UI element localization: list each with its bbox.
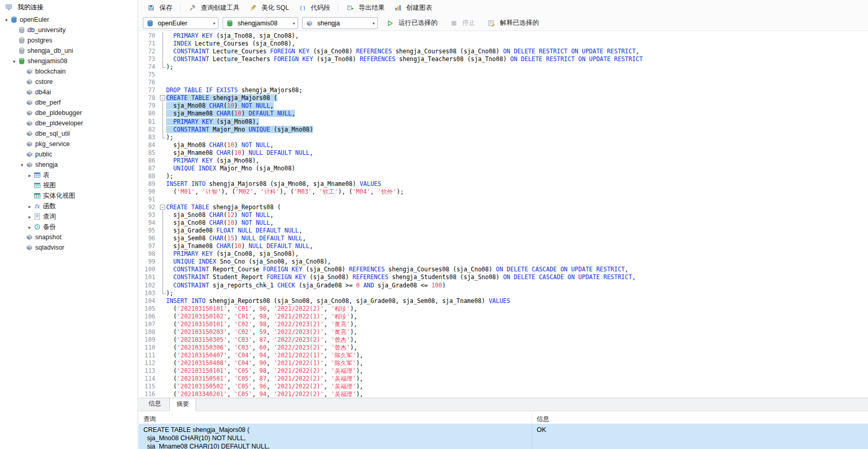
editor-line-108[interactable]: 108 ('202103150203', 'C02', 59, '2022/20… xyxy=(139,328,868,336)
tree-item-sqladvisor[interactable]: sqladvisor xyxy=(0,242,138,253)
tree-item-表[interactable]: ▸表 xyxy=(0,170,138,180)
editor-line-104[interactable]: 104INSERT INTO shengja_Reports08 (sja_Sn… xyxy=(139,297,868,305)
editor-line-114[interactable]: 114 ('202103150501', 'C05', 87, '2021/20… xyxy=(139,375,868,383)
tree-item-dbe_pldebugger[interactable]: dbe_pldebugger xyxy=(0,108,138,118)
editor-line-74[interactable]: 74); xyxy=(139,63,868,71)
editor-line-96[interactable]: 96 sja_Sem08 CHAR(15) NULL DEFAULT NULL, xyxy=(139,235,868,242)
editor-line-116[interactable]: 116 ('202103340201', 'C05', 94, '2021/20… xyxy=(139,390,868,398)
fold-toggle-icon[interactable]: - xyxy=(159,204,166,211)
tree-item-shengja_db_uni[interactable]: shengja_db_uni xyxy=(0,46,138,56)
chevron-closed-icon[interactable]: ▸ xyxy=(26,204,33,209)
editor-line-105[interactable]: 105 ('202103150101', 'C01', 96, '2021/20… xyxy=(139,305,868,313)
editor-line-100[interactable]: 100 CONSTRAINT Report_Course FOREIGN KEY… xyxy=(139,266,868,273)
fold-toggle-icon[interactable]: - xyxy=(159,94,166,102)
editor-line-87[interactable]: 87 UNIQUE INDEX Major_Mno (sja_Mno08) xyxy=(139,165,868,172)
tree-item-函数[interactable]: ▸fx函数 xyxy=(0,201,138,211)
tree-item-db4ai[interactable]: db4ai xyxy=(0,87,138,97)
create-chart-button[interactable]: 创建图表 xyxy=(390,2,436,14)
tree-item-shengja[interactable]: ▾shengja xyxy=(0,160,138,170)
editor-line-112[interactable]: 112 ('202103150408', 'C04', 90, '2021/20… xyxy=(139,359,868,367)
editor-line-77[interactable]: 77DROP TABLE IF EXISTS shengja_Majors08; xyxy=(139,86,868,94)
editor-line-88[interactable]: 88); xyxy=(139,172,868,180)
chevron-open-icon[interactable]: ▾ xyxy=(11,59,18,64)
editor-line-71[interactable]: 71 INDEX Lecture_Courses (sja_Cno08), xyxy=(139,40,868,48)
tree-item-cstore[interactable]: cstore xyxy=(0,77,138,87)
editor-line-72[interactable]: 72 CONSTRAINT Lecture_Courses FOREIGN KE… xyxy=(139,48,868,55)
tree-item-openEuler[interactable]: ▾openEuler xyxy=(0,15,138,25)
run-selected-button[interactable]: 运行已选择的 xyxy=(382,17,442,29)
editor-line-115[interactable]: 115 ('202103150502', 'C05', 96, '2021/20… xyxy=(139,383,868,390)
tree-item-label: sqladvisor xyxy=(35,244,64,251)
editor-line-94[interactable]: 94 sja_Cno08 CHAR(10) NOT NULL, xyxy=(139,219,868,227)
tree-item-备份[interactable]: ▸备份 xyxy=(0,222,138,232)
editor-line-84[interactable]: 84 sja_Mno08 CHAR(10) NOT NULL, xyxy=(139,141,868,149)
editor-line-109[interactable]: 109 ('202103150305', 'C03', 87, '2022/20… xyxy=(139,336,868,344)
editor-line-98[interactable]: 98 PRIMARY KEY (sja_Cno08, sja_Sno08), xyxy=(139,250,868,258)
export-result-button[interactable]: 导出结果 xyxy=(342,2,389,14)
editor-line-99[interactable]: 99 UNIQUE INDEX Sno_Cno (sja_Sno08, sja_… xyxy=(139,258,868,266)
tree-item-public[interactable]: public xyxy=(0,149,138,160)
connections-header[interactable]: 我的连接 xyxy=(0,0,138,15)
tree-item-shengjamis08[interactable]: ▾shengjamis08 xyxy=(0,56,138,66)
chevron-closed-icon[interactable]: ▸ xyxy=(26,172,33,178)
editor-line-83[interactable]: 83); xyxy=(139,134,868,141)
editor-line-73[interactable]: 73 CONSTRAINT Lecture_Teachers FOREIGN K… xyxy=(139,55,868,63)
editor-line-78[interactable]: 78-CREATE TABLE shengja_Majors08 ( xyxy=(139,94,868,102)
editor-line-70[interactable]: 70 PRIMARY KEY (sja_Tno08, sja_Cno08), xyxy=(139,32,868,40)
editor-line-90[interactable]: 90 ('M01', '计智'), ('M02', '计科'), ('M03',… xyxy=(139,188,868,196)
editor-line-79[interactable]: 79 sja_Mno08 CHAR(10) NOT NULL, xyxy=(139,102,868,110)
save-button[interactable]: 保存 xyxy=(143,2,176,14)
chevron-closed-icon[interactable]: ▸ xyxy=(26,224,33,230)
function-icon: fx xyxy=(33,202,41,210)
tree-item-blockchain[interactable]: blockchain xyxy=(0,66,138,77)
editor-line-86[interactable]: 86 PRIMARY KEY (sja_Mno08), xyxy=(139,157,868,165)
editor-line-81[interactable]: 81 PRIMARY KEY (sja_Mno08), xyxy=(139,118,868,126)
editor-line-93[interactable]: 93 sja_Sno08 CHAR(12) NOT NULL, xyxy=(139,211,868,219)
tree-item-dbe_perf[interactable]: dbe_perf xyxy=(0,97,138,108)
schema-select[interactable]: shengja ▾ xyxy=(302,17,378,29)
beautify-sql-button[interactable]: 美化 SQL xyxy=(245,2,293,14)
tree-item-snapshot[interactable]: snapshot xyxy=(0,232,138,242)
editor-line-103[interactable]: 103); xyxy=(139,289,868,297)
chevron-open-icon[interactable]: ▾ xyxy=(3,17,10,23)
editor-line-97[interactable]: 97 sja_Tname08 CHAR(10) NULL DEFAULT NUL… xyxy=(139,242,868,250)
connection-select[interactable]: openEuler ▾ xyxy=(143,17,218,29)
editor-line-80[interactable]: 80 sja_Mname08 CHAR(10) DEFAULT NULL, xyxy=(139,110,868,118)
editor-line-85[interactable]: 85 sja_Mname08 CHAR(10) NULL DEFAULT NUL… xyxy=(139,149,868,157)
stop-button[interactable]: 停止 xyxy=(446,17,479,29)
query-builder-button[interactable]: 查询创建工具 xyxy=(184,2,244,14)
editor-line-110[interactable]: 110 ('202103150306', 'C03', 60, '2022/20… xyxy=(139,344,868,352)
database-select[interactable]: shengjamis08 ▾ xyxy=(223,17,298,29)
editor-line-92[interactable]: 92-CREATE TABLE shengja_Reports08 ( xyxy=(139,204,868,211)
editor-line-95[interactable]: 95 sja_Grade08 FLOAT NULL DEFAULT NULL, xyxy=(139,227,868,235)
tree-item-dbe_pldeveloper[interactable]: dbe_pldeveloper xyxy=(0,118,138,128)
editor-line-89[interactable]: 89INSERT INTO shengja_Majors08 (sja_Mno0… xyxy=(139,180,868,188)
tree-item-pkg_service[interactable]: pkg_service xyxy=(0,139,138,149)
tree-item-dbe_sql_util[interactable]: dbe_sql_util xyxy=(0,128,138,139)
editor-line-82[interactable]: 82 CONSTRAINT Major_Mno UNIQUE (sja_Mno0… xyxy=(139,126,868,134)
editor-line-76[interactable]: 76 xyxy=(139,79,868,86)
column-header-query[interactable]: 查询 xyxy=(139,413,532,424)
editor-line-107[interactable]: 107 ('202103150101', 'C02', 98, '2022/20… xyxy=(139,321,868,328)
tab-summary[interactable]: 摘要 xyxy=(169,398,196,411)
tree-item-查询[interactable]: ▸查询 xyxy=(0,211,138,222)
editor-line-102[interactable]: 102 CONSTRAINT sja_reports_chk_1 CHECK (… xyxy=(139,282,868,289)
chevron-closed-icon[interactable]: ▸ xyxy=(26,214,33,220)
tree-item-视图[interactable]: 视图 xyxy=(0,180,138,191)
editor-line-106[interactable]: 106 ('202103150102', 'C01', 98, '2021/20… xyxy=(139,313,868,321)
sql-editor[interactable]: 70 PRIMARY KEY (sja_Tno08, sja_Cno08),71… xyxy=(139,31,868,398)
tree-item-db_university[interactable]: db_university xyxy=(0,25,138,35)
tree-item-实体化视图[interactable]: 实体化视图 xyxy=(0,191,138,201)
tab-info[interactable]: 信息 xyxy=(141,397,168,411)
editor-line-111[interactable]: 111 ('202103150407', 'C04', 94, '2021/20… xyxy=(139,352,868,359)
result-row-selected[interactable]: CREATE TABLE shengja_Majors08 ( sja_Mno0… xyxy=(139,424,868,449)
column-header-info[interactable]: 信息 xyxy=(532,413,868,424)
tree-item-postgres[interactable]: postgres xyxy=(0,35,138,46)
editor-line-101[interactable]: 101 CONSTRAINT Student_Report FOREIGN KE… xyxy=(139,273,868,281)
chevron-open-icon[interactable]: ▾ xyxy=(19,162,25,168)
editor-line-75[interactable]: 75 xyxy=(139,71,868,79)
explain-selected-button[interactable]: 解释已选择的 xyxy=(483,17,543,29)
editor-line-113[interactable]: 113 ('202103150101', 'C05', 98, '2021/20… xyxy=(139,367,868,375)
code-snippet-button[interactable]: () 代码段 xyxy=(295,2,335,14)
editor-line-91[interactable]: 91 xyxy=(139,196,868,204)
